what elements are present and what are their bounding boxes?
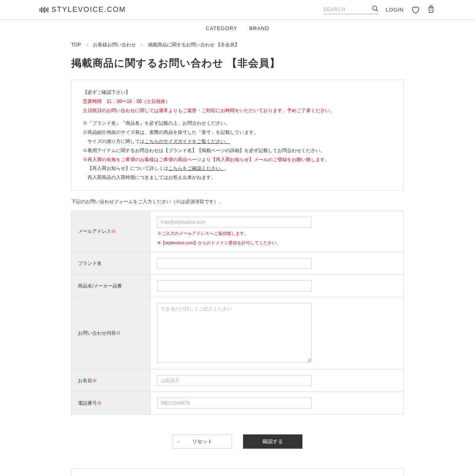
name-field[interactable] [157,375,312,386]
nav-brand[interactable]: BRAND [249,25,270,31]
search-input[interactable] [323,5,379,14]
breadcrumb-current: 掲載商品に関するお問い合わせ 【非会員】 [148,42,239,48]
inquiry-form: メールアドレス※ ※ご入力のメールアドレスへご返信致します。 ※【stylevo… [71,211,404,415]
notice-line-5: ※再入荷の有無をご希望のお客様はご希望の商品ページより【再入荷お知らせ】メールの… [83,155,392,164]
main-nav: CATEGORY BRAND [0,20,475,37]
page-title: 掲載商品に関するお問い合わせ 【非会員】 [71,56,404,70]
bag-count: 0 [430,7,432,11]
email-label: メールアドレス※ [72,211,151,252]
notice-hours: 営業時間 11：00〜18：00（土日祝休） [83,97,392,106]
brand-label: ブランド名 [72,252,151,275]
login-link[interactable]: LOGIN [386,7,404,13]
email-note-2: ※【stylevoice.com】からのドメイン受信を許可してください。 [157,240,397,247]
content-label: お問い合わせ内容※ [72,297,151,369]
brand-field[interactable] [157,258,312,269]
name-label: お名前※ [72,369,151,392]
email-note-1: ※ご入力のメールアドレスへご返信致します。 [157,230,397,237]
breadcrumb-top[interactable]: TOP [71,42,81,48]
notice-holiday: 土日祝日のお問い合わせに関しては通常よりもご返答・ご対応にお時間をいただいており… [83,106,392,115]
notice-line-6: 【再入荷お知らせ】について詳しくはこちらをご確認ください。 [83,164,392,173]
form-buttons: リセット 確認する [71,434,404,449]
breadcrumb-inquiry[interactable]: お客様お問い合わせ [93,42,136,48]
notice-box: 【必ずご確認下さい】 営業時間 11：00〜18：00（土日祝休） 土日祝日のお… [71,80,404,190]
notice-line-1: ※『ブランド名』『商品名』を必ず記載の上、お問合わせください。 [83,119,392,128]
logo-text: STYLEVOICE.COM [51,6,126,14]
size-guide-link[interactable]: こちらのサイズガイドをご覧ください。 [144,139,230,144]
phone-label: 電話番号※ [72,392,151,415]
svg-line-1 [376,10,378,11]
nav-category[interactable]: CATEGORY [206,25,238,31]
logo-bars-icon [40,7,48,13]
notice-line-3: サイズの測り方に関してはこちらのサイズガイドをご覧ください。 [83,137,392,146]
reset-button[interactable]: リセット [173,434,232,449]
email-field[interactable] [157,217,312,228]
wishlist-icon[interactable] [411,6,420,14]
footer-notice: お問い合わせにあたっての注意事項 ご意見・ご質問の内容は、できるだけ具体的にお願… [71,468,404,476]
notice-line-4: ※着用アイテムに関するお問合わせは【ブランド名】【掲載ページの詳細】を必ず記載し… [83,146,392,155]
notice-line-7: 再入荷商品の入荷時期につきましてはお答え出来かねます。 [83,173,392,182]
notice-line-2: ※商品紹介画面のサイズ表は、実際の商品を採寸した「実寸」を記載しています。 [83,128,392,137]
product-field[interactable] [157,280,312,291]
form-intro: 下記のお問い合わせフォームをご入力ください（※は必須項目です）。 [71,198,404,205]
header-actions: LOGIN 0 [323,5,435,15]
cart-link[interactable]: 0 [427,5,435,15]
content-field[interactable] [157,303,312,362]
search-box [323,5,379,14]
phone-field[interactable] [157,398,312,409]
svg-point-0 [372,6,377,10]
breadcrumb: TOP ＞ お客様お問い合わせ ＞ 掲載商品に関するお問い合わせ 【非会員】 [71,37,404,53]
submit-button[interactable]: 確認する [243,434,302,449]
restock-info-link[interactable]: こちらをご確認ください。 [168,166,225,171]
search-icon[interactable] [372,5,379,13]
product-label: 商品名/メーカー品番 [72,275,151,297]
site-header: STYLEVOICE.COM LOGIN 0 [0,0,475,20]
notice-confirm-title: 【必ずご確認下さい】 [83,88,392,97]
site-logo[interactable]: STYLEVOICE.COM [40,6,126,14]
